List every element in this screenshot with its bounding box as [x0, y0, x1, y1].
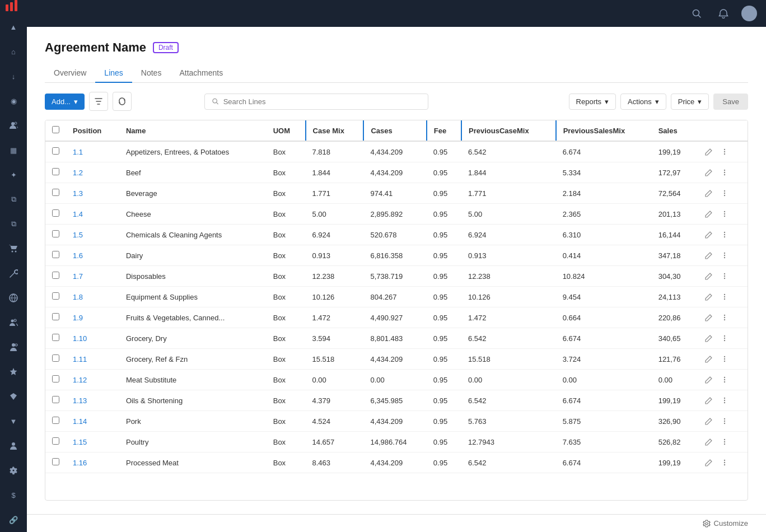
row-checkbox[interactable] [52, 272, 59, 279]
edit-icon[interactable] [703, 291, 714, 302]
row-checkbox-cell[interactable] [45, 141, 66, 162]
row-checkbox[interactable] [52, 458, 59, 465]
edit-icon[interactable] [703, 457, 714, 468]
sidebar-item-users-bottom[interactable] [2, 435, 25, 457]
edit-icon[interactable] [703, 188, 714, 199]
sidebar-item-users-admin[interactable] [2, 114, 25, 137]
tab-attachments[interactable]: Attachments [170, 64, 232, 83]
price-button[interactable]: Price ▾ [671, 94, 709, 110]
more-icon[interactable] [719, 270, 730, 282]
row-checkbox[interactable] [52, 396, 59, 403]
row-checkbox[interactable] [52, 251, 59, 258]
more-icon[interactable] [719, 167, 730, 178]
position-link[interactable]: 1.2 [73, 169, 83, 177]
more-icon[interactable] [719, 374, 730, 385]
select-all-checkbox-header[interactable] [45, 120, 66, 141]
position-link[interactable]: 1.4 [73, 210, 83, 218]
tab-overview[interactable]: Overview [45, 64, 95, 83]
sidebar-item-chevron-up[interactable]: ▲ [2, 16, 25, 38]
more-icon[interactable] [719, 333, 730, 344]
edit-icon[interactable] [703, 167, 714, 178]
edit-icon[interactable] [703, 312, 714, 323]
sidebar-item-download[interactable]: ↓ [2, 65, 25, 87]
edit-icon[interactable] [703, 374, 714, 385]
sidebar-item-table[interactable]: ▦ [2, 139, 25, 161]
row-checkbox-cell[interactable] [45, 349, 66, 370]
sidebar-item-chevron-down[interactable]: ▼ [2, 410, 25, 432]
row-checkbox-cell[interactable] [45, 432, 66, 452]
position-link[interactable]: 1.15 [73, 438, 87, 446]
refresh-button[interactable] [113, 92, 132, 111]
more-icon[interactable] [719, 353, 730, 365]
row-checkbox-cell[interactable] [45, 452, 66, 473]
edit-icon[interactable] [703, 436, 714, 447]
row-checkbox-cell[interactable] [45, 307, 66, 328]
edit-icon[interactable] [703, 250, 714, 261]
save-button[interactable]: Save [713, 94, 748, 110]
position-link[interactable]: 1.7 [73, 272, 83, 281]
edit-icon[interactable] [703, 353, 714, 365]
edit-icon[interactable] [703, 333, 714, 344]
select-all-checkbox[interactable] [52, 126, 59, 133]
row-checkbox-cell[interactable] [45, 225, 66, 245]
position-link[interactable]: 1.1 [73, 148, 83, 156]
row-checkbox-cell[interactable] [45, 390, 66, 411]
sidebar-item-settings[interactable] [2, 459, 25, 482]
row-checkbox[interactable] [52, 189, 59, 196]
sidebar-item-star[interactable]: ✦ [2, 164, 25, 186]
row-checkbox-cell[interactable] [45, 204, 66, 225]
sidebar-item-eye[interactable]: ◉ [2, 90, 25, 112]
sidebar-item-copy2[interactable]: ⧉ [2, 213, 25, 235]
edit-icon[interactable] [703, 146, 714, 157]
position-link[interactable]: 1.5 [73, 231, 83, 239]
sidebar-item-badge[interactable] [2, 361, 25, 383]
position-link[interactable]: 1.11 [73, 355, 87, 363]
edit-icon[interactable] [703, 395, 714, 406]
bell-icon[interactable] [714, 4, 732, 22]
row-checkbox-cell[interactable] [45, 287, 66, 307]
row-checkbox[interactable] [52, 354, 59, 362]
sidebar-item-globe[interactable] [2, 287, 25, 309]
position-link[interactable]: 1.12 [73, 376, 87, 384]
actions-button[interactable]: Actions ▾ [620, 94, 666, 110]
position-link[interactable]: 1.3 [73, 189, 83, 198]
more-icon[interactable] [719, 395, 730, 406]
position-link[interactable]: 1.6 [73, 251, 83, 260]
row-checkbox[interactable] [52, 292, 59, 300]
row-checkbox[interactable] [52, 334, 59, 341]
sidebar-item-copy[interactable]: ⧉ [2, 188, 25, 211]
customize-button[interactable]: Customize [703, 519, 748, 528]
more-icon[interactable] [719, 188, 730, 199]
sidebar-item-home[interactable]: ⌂ [2, 40, 25, 63]
edit-icon[interactable] [703, 416, 714, 427]
row-checkbox-cell[interactable] [45, 370, 66, 390]
tab-lines[interactable]: Lines [95, 64, 132, 83]
row-checkbox-cell[interactable] [45, 266, 66, 287]
app-logo[interactable] [0, 0, 27, 11]
more-icon[interactable] [719, 291, 730, 302]
row-checkbox-cell[interactable] [45, 328, 66, 349]
position-link[interactable]: 1.8 [73, 293, 83, 301]
sidebar-item-gem[interactable] [2, 385, 25, 408]
sidebar-item-wrench[interactable] [2, 262, 25, 284]
search-icon[interactable] [688, 4, 706, 22]
position-link[interactable]: 1.16 [73, 459, 87, 467]
sidebar-item-users3[interactable] [2, 336, 25, 358]
position-link[interactable]: 1.14 [73, 417, 87, 426]
add-button[interactable]: Add... ▾ [45, 94, 85, 110]
sidebar-item-cart[interactable] [2, 237, 25, 260]
search-input[interactable] [223, 97, 421, 106]
row-checkbox[interactable] [52, 313, 59, 320]
edit-icon[interactable] [703, 229, 714, 240]
position-link[interactable]: 1.9 [73, 314, 83, 322]
more-icon[interactable] [719, 146, 730, 157]
more-icon[interactable] [719, 457, 730, 468]
search-box[interactable] [204, 94, 428, 110]
row-checkbox-cell[interactable] [45, 183, 66, 204]
edit-icon[interactable] [703, 270, 714, 282]
sidebar-item-users2[interactable] [2, 311, 25, 334]
row-checkbox[interactable] [52, 375, 59, 382]
edit-icon[interactable] [703, 208, 714, 220]
more-icon[interactable] [719, 208, 730, 220]
row-checkbox[interactable] [52, 437, 59, 445]
